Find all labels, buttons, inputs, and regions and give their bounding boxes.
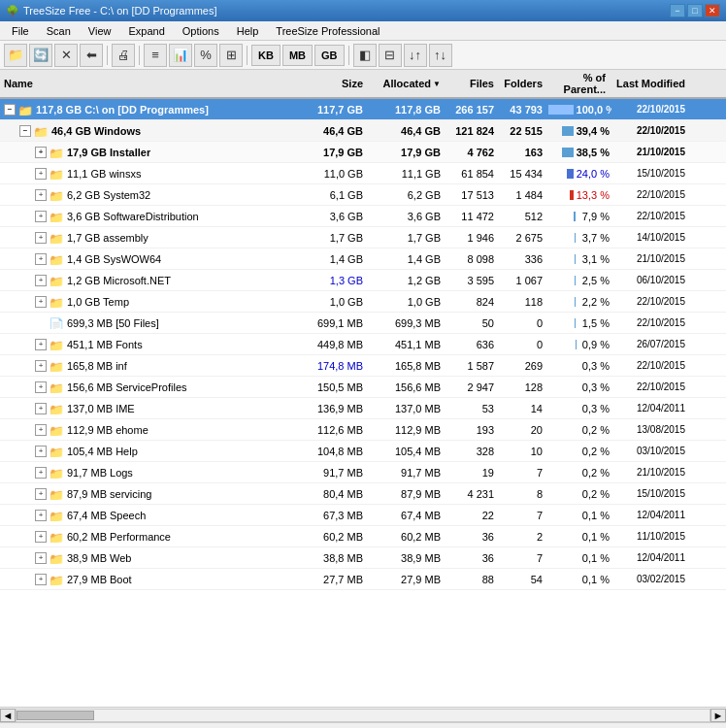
expand-button[interactable]: +	[35, 147, 47, 158]
tree-node-name: +📁3,6 GB SoftwareDistribution	[0, 211, 301, 222]
expand-button[interactable]: −	[19, 125, 31, 137]
back-button[interactable]: ⬅	[80, 44, 103, 67]
col-pct-header[interactable]: % of Parent...	[548, 72, 611, 95]
table-row[interactable]: +📁1,2 GB Microsoft.NET1,3 GB1,2 GB3 5951…	[0, 270, 726, 291]
close-button[interactable]: ✕	[705, 4, 720, 17]
pct-bar	[562, 148, 574, 157]
collapse-button[interactable]: ⊟	[379, 44, 402, 67]
expand-button[interactable]: +	[35, 253, 47, 265]
table-row[interactable]: +📁38,9 MB Web38,8 MB38,9 MB3670,1 %12/04…	[0, 547, 726, 569]
view-grid-button[interactable]: ⊞	[219, 44, 243, 67]
expand-button[interactable]: +	[35, 403, 47, 414]
minimize-button[interactable]: −	[670, 4, 685, 17]
table-row[interactable]: +📁6,2 GB System326,1 GB6,2 GB17 5131 484…	[0, 184, 726, 206]
expand-button[interactable]: +	[35, 467, 47, 479]
table-row[interactable]: −📁117,8 GB C:\ on [DD Programmes]117,7 G…	[0, 99, 726, 120]
menu-professional[interactable]: TreeSize Professional	[268, 23, 387, 39]
view-bar-button[interactable]: 📊	[169, 44, 192, 67]
unit-gb-button[interactable]: GB	[314, 45, 345, 66]
expand-button[interactable]: +	[35, 168, 47, 180]
table-row[interactable]: +📁165,8 MB inf174,8 MB165,8 MB1 5872690,…	[0, 355, 726, 377]
h-scroll-left[interactable]: ◄	[0, 709, 16, 722]
pct-cell: 0,1 %	[548, 531, 611, 543]
view-list-button[interactable]: ≡	[144, 44, 167, 67]
unit-kb-button[interactable]: KB	[251, 45, 280, 66]
table-row[interactable]: +📁17,9 GB Installer17,9 GB17,9 GB4 76216…	[0, 142, 726, 163]
table-row[interactable]: +📁451,1 MB Fonts449,8 MB451,1 MB63600,9 …	[0, 334, 726, 355]
table-row[interactable]: +📁112,9 MB ehome112,6 MB112,9 MB193200,2…	[0, 419, 726, 441]
toolbar: 📁 🔄 ✕ ⬅ 🖨 ≡ 📊 % ⊞ KB MB GB ◧ ⊟ ↓↑ ↑↓	[0, 41, 726, 70]
folder-icon: 📁	[49, 403, 64, 414]
col-folders-header[interactable]: Folders	[500, 78, 548, 89]
table-row[interactable]: +📁91,7 MB Logs91,7 MB91,7 MB1970,2 %21/1…	[0, 462, 726, 483]
table-row[interactable]: +📁1,0 GB Temp1,0 GB1,0 GB8241182,2 %22/1…	[0, 291, 726, 313]
modified-cell: 14/10/2015	[611, 232, 689, 243]
tree-area[interactable]: −📁117,8 GB C:\ on [DD Programmes]117,7 G…	[0, 99, 726, 707]
expand-button[interactable]: +	[35, 360, 47, 372]
table-row[interactable]: −📁46,4 GB Windows46,4 GB46,4 GB121 82422…	[0, 120, 726, 142]
expand-button[interactable]: +	[35, 424, 47, 436]
table-row[interactable]: +📁1,4 GB SysWOW641,4 GB1,4 GB8 0983363,1…	[0, 248, 726, 270]
table-row[interactable]: +📁1,7 GB assembly1,7 GB1,7 GB1 9462 6753…	[0, 227, 726, 248]
tree-node-name: +📁67,4 MB Speech	[0, 510, 301, 521]
table-row[interactable]: +📁27,9 MB Boot27,7 MB27,9 MB88540,1 %03/…	[0, 569, 726, 590]
view-pct-button[interactable]: %	[194, 44, 217, 67]
pct-text: 13,3 %	[577, 189, 610, 201]
h-scroll-thumb[interactable]	[16, 711, 94, 720]
expand-button[interactable]: +	[35, 381, 47, 393]
col-files-header[interactable]: Files	[446, 78, 500, 89]
menu-scan[interactable]: Scan	[39, 23, 79, 39]
expand-button[interactable]: +	[35, 339, 47, 350]
table-row[interactable]: +📁87,9 MB servicing80,4 MB87,9 MB4 23180…	[0, 483, 726, 505]
expand-button[interactable]: +	[35, 189, 47, 201]
horizontal-scrollbar[interactable]: ◄ ►	[0, 707, 726, 722]
pct-bar	[575, 233, 576, 243]
menu-file[interactable]: File	[4, 23, 37, 39]
menu-help[interactable]: Help	[229, 23, 267, 39]
table-row[interactable]: +📁3,6 GB SoftwareDistribution3,6 GB3,6 G…	[0, 206, 726, 227]
table-row[interactable]: +📄699,3 MB [50 Files]699,1 MB699,3 MB500…	[0, 313, 726, 334]
expand-button[interactable]: +	[35, 510, 47, 521]
expand-button[interactable]: +	[35, 574, 47, 585]
menu-expand[interactable]: Expand	[120, 23, 172, 39]
col-allocated-header[interactable]: Allocated ▼	[369, 78, 446, 89]
h-scroll-track[interactable]	[16, 709, 710, 722]
table-row[interactable]: +📁60,2 MB Performance60,2 MB60,2 MB3620,…	[0, 526, 726, 547]
table-row[interactable]: +📁156,6 MB ServiceProfiles150,5 MB156,6 …	[0, 377, 726, 398]
table-row[interactable]: +📁137,0 MB IME136,9 MB137,0 MB53140,3 %1…	[0, 398, 726, 419]
refresh-button[interactable]: 🔄	[29, 44, 52, 67]
pct-bar	[575, 254, 576, 264]
menu-options[interactable]: Options	[175, 23, 227, 39]
modified-cell: 22/10/2015	[611, 296, 689, 307]
files-cell: 266 157	[446, 104, 500, 116]
print-button[interactable]: 🖨	[112, 44, 135, 67]
expand-button[interactable]: +	[35, 488, 47, 500]
allocated-cell: 67,4 MB	[369, 510, 446, 521]
size-cell: 104,8 MB	[301, 446, 369, 457]
sort-asc-button[interactable]: ↓↑	[404, 44, 427, 67]
col-name-header[interactable]: Name	[0, 78, 301, 89]
expand-button[interactable]: +	[35, 296, 47, 308]
unit-mb-button[interactable]: MB	[282, 45, 313, 66]
table-row[interactable]: +📁11,1 GB winsxs11,0 GB11,1 GB61 85415 4…	[0, 163, 726, 184]
expand-button[interactable]: +	[35, 275, 47, 286]
expand-button[interactable]: +	[35, 232, 47, 244]
table-row[interactable]: +📁67,4 MB Speech67,3 MB67,4 MB2270,1 %12…	[0, 505, 726, 526]
expand-button[interactable]: +	[35, 531, 47, 543]
stop-button[interactable]: ✕	[54, 44, 78, 67]
col-size-header[interactable]: Size	[301, 78, 369, 89]
expand-button[interactable]: +	[35, 552, 47, 564]
expand-button[interactable]: +	[35, 446, 47, 457]
expand-button[interactable]: +	[35, 211, 47, 222]
table-row[interactable]: +📁105,4 MB Help104,8 MB105,4 MB328100,2 …	[0, 441, 726, 462]
col-modified-header[interactable]: Last Modified	[611, 78, 689, 89]
tree-node-name: +📁11,1 GB winsxs	[0, 168, 301, 180]
expand-button[interactable]: −	[4, 104, 16, 116]
toolbar-sep3	[247, 46, 248, 65]
maximize-button[interactable]: □	[687, 4, 703, 17]
open-button[interactable]: 📁	[4, 44, 27, 67]
h-scroll-right[interactable]: ►	[710, 709, 726, 722]
filter-button[interactable]: ◧	[353, 44, 377, 67]
sort-desc-button[interactable]: ↑↓	[429, 44, 452, 67]
menu-view[interactable]: View	[81, 23, 119, 39]
